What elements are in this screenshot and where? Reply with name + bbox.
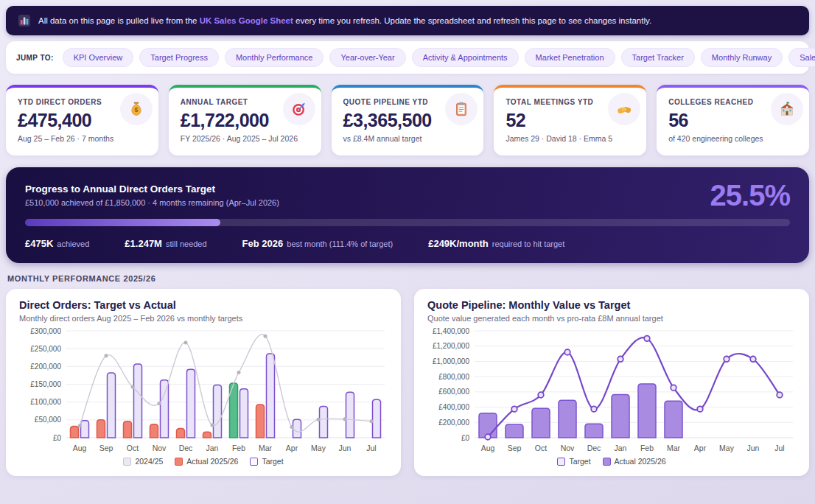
jump-pill-target-progress[interactable]: Target Progress [139, 48, 219, 67]
section-label-monthly-performance: MONTHLY PERFORMANCE 2025/26 [7, 274, 808, 283]
stat-label: best month (111.4% of target) [287, 239, 393, 248]
legend-swatch-actual [603, 458, 611, 466]
svg-text:£400,000: £400,000 [438, 403, 469, 411]
handshake-icon [616, 101, 632, 117]
jump-nav: JUMP TO: KPI Overview Target Progress Mo… [6, 41, 809, 74]
svg-text:£600,000: £600,000 [438, 388, 469, 396]
banner-text: All data on this page is pulled live fro… [38, 16, 651, 25]
svg-text:Oct: Oct [535, 444, 547, 452]
svg-text:Aug: Aug [73, 444, 87, 452]
legend-label: Actual 2025/26 [615, 457, 666, 466]
svg-text:Jan: Jan [206, 444, 219, 452]
kpi-card-quote-pipeline: QUOTE PIPELINE YTD £3,365,500 vs £8.4M a… [332, 85, 484, 155]
progress-title: Progress to Annual Direct Orders Target [25, 183, 279, 195]
svg-text:Nov: Nov [153, 444, 167, 452]
svg-text:£150,000: £150,000 [30, 380, 61, 388]
jump-pill-activity-appointments[interactable]: Activity & Appointments [412, 48, 519, 67]
svg-text:Jun: Jun [339, 444, 351, 452]
legend-label: Target [569, 457, 590, 466]
jump-pill-target-tracker[interactable]: Target Tracker [621, 48, 695, 67]
chart-subtitle: Quote value generated each month vs pro-… [427, 314, 796, 323]
legend-label: 2024/25 [135, 457, 163, 466]
kpi-subtext: of 420 engineering colleges [668, 134, 797, 143]
direct-orders-chart[interactable]: £0£50,000£100,000£150,000£200,000£250,00… [19, 326, 388, 455]
legend-swatch-actual [175, 458, 183, 466]
svg-text:£200,000: £200,000 [30, 363, 61, 371]
svg-text:Jan: Jan [615, 444, 627, 452]
progress-bar-fill [25, 219, 220, 226]
svg-text:£0: £0 [461, 434, 470, 442]
svg-text:£0: £0 [53, 434, 62, 442]
kpi-card-row: $ YTD DIRECT ORDERS £475,400 Aug 25 – Fe… [6, 85, 809, 155]
svg-text:£300,000: £300,000 [30, 327, 61, 335]
jump-nav-label: JUMP TO: [16, 54, 54, 62]
svg-text:£1,400,000: £1,400,000 [433, 327, 469, 335]
svg-text:May: May [311, 444, 326, 452]
stat-label: achieved [57, 239, 89, 248]
svg-text:Apr: Apr [286, 444, 298, 452]
sheet-link[interactable]: UK Sales Google Sheet [200, 16, 293, 25]
svg-text:£1,200,000: £1,200,000 [433, 342, 469, 350]
svg-text:£50,000: £50,000 [35, 416, 62, 424]
banner-text-after: every time you refresh. Update the sprea… [295, 16, 651, 25]
legend-label: Actual 2025/26 [186, 457, 238, 466]
svg-text:Dec: Dec [179, 444, 193, 452]
chart-title: Quote Pipeline: Monthly Value vs Target [427, 299, 796, 311]
legend-label: Target [262, 457, 283, 466]
kpi-icon-chip [771, 93, 803, 125]
quote-pipeline-legend: Target Actual 2025/26 [427, 457, 796, 469]
jump-pill-kpi-overview[interactable]: KPI Overview [63, 48, 134, 67]
legend-swatch-2024-25 [123, 458, 131, 466]
svg-text:£100,000: £100,000 [30, 398, 61, 406]
svg-text:£800,000: £800,000 [438, 373, 469, 381]
jump-pill-sales-insights[interactable]: Sales Insights [788, 48, 815, 67]
kpi-subtext: FY 2025/26 · Aug 2025 – Jul 2026 [181, 134, 309, 143]
stat-label: still needed [166, 239, 207, 248]
money-bag-icon: $ [128, 101, 144, 117]
kpi-icon-chip [608, 93, 640, 125]
stat-label: required to hit target [492, 239, 564, 248]
progress-stats: £475Kachieved £1.247Mstill needed Feb 20… [25, 237, 790, 250]
stat-value: £1.247M [125, 238, 162, 249]
svg-text:Dec: Dec [587, 444, 601, 452]
chart-title: Direct Orders: Target vs Actual [19, 299, 388, 311]
direct-orders-legend: 2024/25 Actual 2025/26 Target [19, 457, 388, 469]
clipboard-icon [453, 101, 469, 117]
svg-text:Mar: Mar [667, 444, 681, 452]
svg-text:$: $ [134, 106, 138, 113]
legend-item-2024-25[interactable]: 2024/25 [123, 457, 163, 466]
jump-pill-market-penetration[interactable]: Market Penetration [525, 48, 615, 67]
svg-text:Mar: Mar [259, 444, 273, 452]
legend-item-target[interactable]: Target [250, 457, 283, 466]
svg-text:£200,000: £200,000 [438, 419, 469, 427]
svg-text:Feb: Feb [640, 444, 654, 452]
svg-text:Feb: Feb [232, 444, 245, 452]
svg-text:Nov: Nov [561, 444, 575, 452]
svg-text:£250,000: £250,000 [30, 345, 61, 353]
stat-required-rate: £249K/monthrequired to hit target [428, 237, 564, 250]
stat-achieved: £475Kachieved [25, 237, 89, 250]
progress-bar-track [25, 219, 790, 226]
svg-text:Jul: Jul [366, 444, 376, 452]
kpi-icon-chip [283, 93, 315, 125]
legend-item-target[interactable]: Target [557, 457, 590, 466]
legend-item-actual[interactable]: Actual 2025/26 [603, 457, 666, 466]
legend-swatch-target [557, 458, 565, 466]
legend-swatch-target [250, 458, 258, 466]
progress-subtitle: £510,000 achieved of £1,850,000 · 4 mont… [25, 198, 279, 207]
stat-best-month: Feb 2026best month (111.4% of target) [242, 237, 393, 250]
jump-pill-monthly-performance[interactable]: Monthly Performance [225, 48, 324, 67]
bar-chart-icon [18, 14, 31, 27]
banner-text-before: All data on this page is pulled live fro… [38, 16, 197, 25]
quote-pipeline-chart[interactable]: £0£200,000£400,000£600,000£800,000£1,000… [427, 326, 796, 455]
jump-pill-year-over-year[interactable]: Year-over-Year [329, 48, 405, 67]
legend-item-actual[interactable]: Actual 2025/26 [175, 457, 238, 466]
kpi-card-total-meetings: TOTAL MEETINGS YTD 52 James 29 · David 1… [494, 85, 646, 155]
stat-value: £475K [25, 238, 53, 249]
jump-pill-monthly-runway[interactable]: Monthly Runway [701, 48, 783, 67]
svg-text:Jul: Jul [774, 444, 784, 452]
kpi-card-ytd-direct-orders: $ YTD DIRECT ORDERS £475,400 Aug 25 – Fe… [6, 85, 158, 155]
kpi-subtext: James 29 · David 18 · Emma 5 [506, 134, 634, 143]
stat-value: £249K/month [428, 238, 489, 249]
kpi-card-colleges-reached: COLLEGES REACHED 56 of 420 engineering c… [657, 85, 809, 155]
